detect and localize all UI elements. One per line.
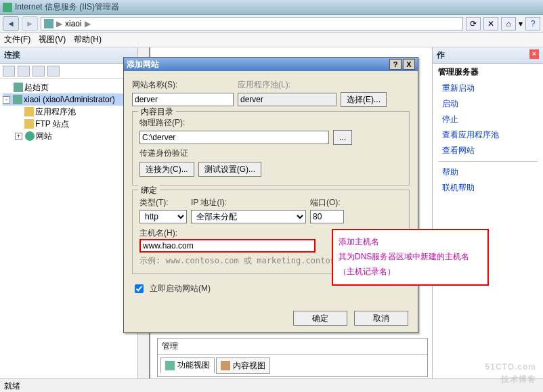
breadcrumb-item[interactable]: xiaoi [65, 19, 82, 28]
content-icon [221, 361, 230, 370]
port-input[interactable] [310, 210, 344, 223]
connections-header: 连接 [0, 47, 137, 64]
breadcrumb[interactable]: ▶ xiaoi ▶ [41, 17, 463, 30]
action-view-pools[interactable]: 查看应用程序池 [433, 127, 543, 143]
watermark-subtext: 技术博客 [485, 374, 536, 385]
app-pool-label: 应用程序池(L): [238, 79, 290, 91]
nav-toolbar: ◄ ► ▶ xiaoi ▶ ⟳ ✕ ⌂ ▾ ? [0, 15, 543, 32]
help-icon: ? [531, 19, 536, 28]
type-select[interactable]: http [139, 210, 187, 223]
physical-path-label: 物理路径(P): [139, 117, 402, 129]
select-pool-button[interactable]: 选择(E)... [341, 92, 387, 107]
dialog-close-button[interactable]: X [403, 59, 415, 70]
menu-help[interactable]: 帮助(H) [74, 34, 102, 45]
ok-button[interactable]: 确定 [293, 311, 347, 326]
tab-content-view[interactable]: 内容视图 [216, 357, 270, 374]
physical-path-input[interactable] [139, 131, 329, 144]
site-name-label: 网站名称(S): [132, 79, 234, 91]
autostart-label: 立即启动网站(M) [150, 283, 211, 295]
passthrough-label: 传递身份验证 [139, 148, 402, 159]
arrow-right-icon: ► [26, 19, 34, 28]
home-icon: ⌂ [506, 19, 511, 28]
expand-icon[interactable]: + [15, 133, 22, 140]
tree-start-page[interactable]: 起始页 [3, 81, 137, 93]
tab-label: 内容视图 [233, 360, 265, 372]
action-start[interactable]: 启动 [433, 96, 543, 112]
globe-icon [25, 131, 35, 141]
close-icon[interactable]: × [529, 49, 539, 59]
action-help[interactable]: 帮助 [433, 165, 543, 180]
action-view-sites[interactable]: 查看网站 [433, 143, 543, 158]
server-icon [13, 95, 22, 104]
app-pool-input [238, 93, 336, 106]
browse-button[interactable]: ... [333, 130, 352, 145]
site-name-input[interactable] [132, 93, 234, 106]
test-settings-button[interactable]: 测试设置(G)... [198, 162, 261, 177]
start-page-icon [14, 83, 23, 92]
watermark-text: 51CTO.com [485, 362, 536, 372]
hostname-input[interactable] [139, 239, 316, 253]
home-button[interactable]: ⌂ [501, 17, 516, 30]
annotation-callout: 添加主机名 其为DNS服务器区域中新建的主机名（主机记录名） [332, 229, 489, 286]
app-icon [3, 3, 12, 12]
action-restart[interactable]: 重新启动 [433, 81, 543, 96]
tree-ftp-sites[interactable]: FTP 站点 [3, 118, 137, 130]
connections-panel: 连接 起始页 - xiaoi (xiaoi\Administrator) 应用程… [0, 47, 138, 379]
cancel-button[interactable]: 取消 [354, 311, 408, 326]
autostart-checkbox[interactable] [135, 284, 144, 293]
type-label: 类型(T): [139, 197, 187, 209]
connect-as-button[interactable]: 连接为(C)... [139, 162, 194, 177]
tree-label: xiaoi (xiaoi\Administrator) [24, 95, 115, 104]
window-titlebar: Internet 信息服务 (IIS)管理器 [0, 0, 543, 15]
tree-app-pools[interactable]: 应用程序池 [3, 106, 137, 118]
view-tabs-header: 管理 [158, 339, 427, 355]
ip-select[interactable]: 全部未分配 [191, 210, 306, 223]
annotation-line: 添加主机名 [339, 234, 482, 249]
tree-label: 网站 [36, 131, 52, 142]
connections-tree: 起始页 - xiaoi (xiaoi\Administrator) 应用程序池 … [0, 79, 137, 145]
delete-button[interactable] [32, 66, 45, 77]
collapse-icon[interactable]: - [3, 96, 10, 104]
connections-toolbar [0, 64, 137, 79]
breadcrumb-sep: ▶ [56, 19, 62, 28]
content-directory-group: 内容目录 物理路径(P): ... 传递身份验证 连接为(C)... 测试设置(… [132, 111, 410, 186]
nav-back-button[interactable]: ◄ [3, 16, 19, 31]
refresh-button[interactable]: ⟳ [466, 17, 481, 30]
tree-label: 应用程序池 [35, 106, 76, 118]
menubar: 文件(F) 视图(V) 帮助(H) [0, 32, 543, 47]
add-website-dialog: 添加网站 ? X 网站名称(S): 应用程序池(L): 选择(E)... 内容目… [123, 57, 418, 333]
actions-panel: 作 × 管理服务器 重新启动 启动 停止 查看应用程序池 查看网站 帮助 联机帮… [432, 47, 543, 379]
tab-label: 功能视图 [177, 360, 210, 371]
pool-icon [24, 107, 34, 116]
actions-category: 管理服务器 [433, 64, 543, 81]
menu-file[interactable]: 文件(F) [4, 34, 30, 45]
group-label: 绑定 [138, 185, 160, 196]
tab-features-view[interactable]: 功能视图 [160, 357, 215, 374]
nav-forward-button: ► [22, 16, 38, 31]
menu-view[interactable]: 视图(V) [39, 34, 66, 45]
stop-icon: ✕ [487, 19, 494, 28]
action-online-help[interactable]: 联机帮助 [433, 180, 543, 196]
stop-button[interactable]: ✕ [483, 17, 498, 30]
tree-sites-node[interactable]: + 网站 [3, 130, 137, 142]
dialog-help-button[interactable]: ? [389, 59, 401, 70]
dropdown-icon[interactable]: ▾ [519, 19, 523, 28]
up-button[interactable] [47, 66, 60, 77]
view-tabs-region: 管理 功能视图 内容视图 [157, 338, 428, 377]
help-button[interactable]: ? [525, 17, 540, 30]
arrow-left-icon: ◄ [7, 19, 15, 28]
action-stop[interactable]: 停止 [433, 112, 543, 127]
connect-button[interactable] [3, 66, 15, 77]
group-label: 内容目录 [138, 106, 176, 118]
breadcrumb-sep: ▶ [85, 19, 91, 28]
dialog-titlebar: 添加网站 ? X [124, 58, 418, 71]
window-title: Internet 信息服务 (IIS)管理器 [15, 1, 119, 13]
status-bar: 就绪 [0, 378, 543, 392]
ip-label: IP 地址(I): [191, 197, 306, 209]
status-text: 就绪 [4, 381, 20, 391]
annotation-line: 其为DNS服务器区域中新建的主机名（主机记录名） [339, 249, 482, 279]
tree-label: 起始页 [24, 82, 49, 93]
server-icon [44, 19, 53, 28]
save-button[interactable] [18, 66, 30, 77]
tree-server-node[interactable]: - xiaoi (xiaoi\Administrator) [3, 93, 137, 106]
